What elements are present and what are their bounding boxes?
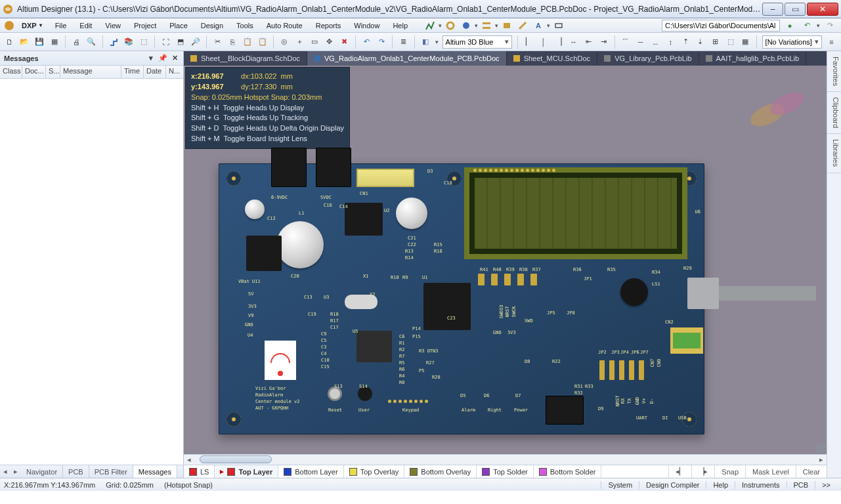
print-icon[interactable]: 🖨 <box>71 35 82 49</box>
doc-tab-lib1[interactable]: VG_Library_Pcb.PcbLib <box>597 51 699 66</box>
menu-help[interactable]: Help <box>387 20 414 32</box>
cross-icon[interactable]: ＋ <box>294 35 305 49</box>
tool-route-icon[interactable] <box>423 18 437 33</box>
tool-placetext-icon[interactable]: A <box>531 18 546 33</box>
menu-view[interactable]: View <box>99 20 127 32</box>
open-icon[interactable]: 📂 <box>19 35 30 49</box>
save-icon[interactable]: 💾 <box>34 35 45 49</box>
align-top-icon[interactable]: ⎴ <box>620 35 631 49</box>
distribute-v-icon[interactable]: ↕ <box>665 35 676 49</box>
align-right-icon[interactable]: ▕ <box>553 35 564 49</box>
resize-grip-icon[interactable] <box>816 444 825 453</box>
menu-tools[interactable]: Tools <box>230 20 259 32</box>
layer-bottom-solder[interactable]: Bottom Solder <box>534 465 602 478</box>
layer-clear[interactable]: Clear <box>796 465 827 478</box>
address-fwd-icon[interactable]: ↷ <box>823 18 837 33</box>
spacing-h-dec-icon[interactable]: ⇥ <box>598 35 609 49</box>
address-input[interactable] <box>662 20 780 32</box>
deselect-icon[interactable]: ✖ <box>339 35 350 49</box>
status-help[interactable]: Help <box>706 481 735 489</box>
align-left-icon[interactable]: ▏ <box>523 35 534 49</box>
new-doc-icon[interactable]: 🗋 <box>4 35 15 49</box>
vtab-favorites[interactable]: Favorites <box>827 51 841 92</box>
align-hcenter-icon[interactable]: │ <box>538 35 550 49</box>
layer-bottom-overlay[interactable]: Bottom Overlay <box>404 465 477 478</box>
status-design-compiler[interactable]: Design Compiler <box>639 481 706 489</box>
sel-rect-icon[interactable]: ▭ <box>309 35 320 49</box>
menu-autoroute[interactable]: Auto Route <box>261 20 309 32</box>
room-icon[interactable]: ⬚ <box>725 35 736 49</box>
address-back-icon[interactable]: ↶ <box>800 18 814 33</box>
menu-file[interactable]: File <box>49 20 73 32</box>
variation-apply-icon[interactable]: ≡ <box>826 35 837 49</box>
status-system[interactable]: System <box>601 481 639 489</box>
doc-tab-lib2[interactable]: AAIT_hallglib_Pcb.PcbLib <box>699 51 807 66</box>
tab-pcb[interactable]: PCB <box>63 465 89 478</box>
undo-icon[interactable]: ↶ <box>361 35 372 49</box>
layer-top[interactable]: ▸Top Layer <box>215 465 278 478</box>
status-pcb[interactable]: PCB <box>787 481 815 489</box>
zoom-fit-icon[interactable]: ⛶ <box>160 35 171 49</box>
vtab-libraries[interactable]: Libraries <box>827 134 841 173</box>
vtab-clipboard[interactable]: Clipboard <box>827 92 841 134</box>
tool-placecomp-icon[interactable] <box>551 18 566 33</box>
preview-icon[interactable]: 🔍 <box>86 35 97 49</box>
status-more-icon[interactable]: >> <box>815 481 837 489</box>
tool-placeline-icon[interactable] <box>515 18 530 33</box>
align-vcenter-icon[interactable]: ─ <box>635 35 646 49</box>
move-icon[interactable]: ✥ <box>324 35 335 49</box>
library-icon[interactable]: 📚 <box>123 35 134 49</box>
zoom-sel-icon[interactable]: ⬒ <box>175 35 186 49</box>
print-area-icon[interactable]: ▦ <box>49 35 60 49</box>
cut-icon[interactable]: ✂ <box>212 35 223 49</box>
menu-edit[interactable]: Edit <box>74 20 98 32</box>
tool-placestring-icon[interactable] <box>479 18 494 33</box>
menu-window[interactable]: Window <box>348 20 385 32</box>
redo-icon[interactable]: ↷ <box>376 35 387 49</box>
distribute-h-icon[interactable]: ↔ <box>568 35 579 49</box>
layer-snap[interactable]: Snap <box>714 465 745 478</box>
layer-bottom[interactable]: Bottom Layer <box>278 465 343 478</box>
tool-place-square-icon[interactable] <box>500 18 514 33</box>
tool-placepad-icon[interactable] <box>443 18 458 33</box>
layer-ls[interactable]: LS <box>184 465 215 478</box>
copy-icon[interactable]: ⎘ <box>227 35 238 49</box>
tab-navigator[interactable]: Navigator <box>21 465 63 478</box>
paste-special-icon[interactable]: 📋 <box>257 35 268 49</box>
tool-via-icon[interactable] <box>459 18 473 33</box>
doc-tab-mcu[interactable]: Sheet_MCU.SchDoc <box>507 51 598 66</box>
find-icon[interactable]: 🔎 <box>190 35 201 49</box>
spacing-v-inc-icon[interactable]: ⇡ <box>680 35 691 49</box>
layers-icon[interactable]: ≣ <box>398 35 409 49</box>
address-go-icon[interactable]: ● <box>783 18 797 33</box>
spacing-v-dec-icon[interactable]: ⇣ <box>695 35 706 49</box>
minimize-button[interactable]: – <box>762 3 783 16</box>
menu-place[interactable]: Place <box>163 20 194 32</box>
origin-icon[interactable]: ◎ <box>279 35 290 49</box>
align-grid-icon[interactable]: ⊞ <box>710 35 721 49</box>
doc-tab-pcb[interactable]: VG_RadioAlarm_Onlab1_CenterModule_PCB.Pc… <box>307 51 507 66</box>
view3d-icon[interactable]: ◧ <box>420 35 431 49</box>
layer-mask-level[interactable]: Mask Level <box>745 465 796 478</box>
horizontal-scrollbar[interactable]: ◂ ▸ <box>184 454 827 465</box>
doc-tab-blockdiagram[interactable]: Sheet__BlockDiagram.SchDoc <box>184 51 307 66</box>
paste-icon[interactable]: 📋 <box>242 35 253 49</box>
compile-icon[interactable] <box>108 35 119 49</box>
layer-scroll-right-icon[interactable]: ▕▸ <box>691 465 714 478</box>
spacing-h-inc-icon[interactable]: ⇤ <box>583 35 594 49</box>
menu-design[interactable]: Design <box>195 20 229 32</box>
panel-dropdown-icon[interactable]: ▾ <box>146 54 156 63</box>
align-bottom-icon[interactable]: ⎵ <box>650 35 661 49</box>
tab-pcb-filter[interactable]: PCB Filter <box>89 465 133 478</box>
panel-close-icon[interactable]: ✕ <box>170 54 179 63</box>
layer-top-solder[interactable]: Top Solder <box>477 465 534 478</box>
pcb-3d-canvas[interactable]: x:216.967 dx:103.022 mm y:143.967 dy:127… <box>184 66 827 454</box>
menu-dxp[interactable]: DXP▾ <box>16 20 48 32</box>
room-move-icon[interactable]: ▦ <box>740 35 751 49</box>
layer-scroll-left-icon[interactable]: ◂▏ <box>668 465 691 478</box>
menu-project[interactable]: Project <box>128 20 162 32</box>
status-instruments[interactable]: Instruments <box>735 481 786 489</box>
output-icon[interactable]: ⬚ <box>138 35 149 49</box>
variations-combo[interactable]: [No Variations]▾ <box>762 35 823 49</box>
tab-scroll-right-icon[interactable]: ▸ <box>11 465 21 478</box>
